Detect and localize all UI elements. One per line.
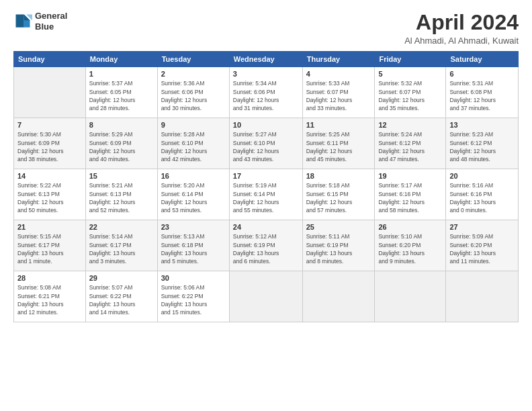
- calendar-cell: 5Sunrise: 5:32 AMSunset: 6:07 PMDaylight…: [375, 67, 446, 118]
- day-info: Sunrise: 5:30 AMSunset: 6:09 PMDaylight:…: [17, 130, 82, 163]
- day-info: Sunrise: 5:21 AMSunset: 6:13 PMDaylight:…: [89, 181, 154, 214]
- day-number: 15: [89, 172, 154, 180]
- day-info: Sunrise: 5:12 AMSunset: 6:19 PMDaylight:…: [233, 232, 299, 265]
- day-info: Sunrise: 5:07 AMSunset: 6:22 PMDaylight:…: [89, 283, 154, 316]
- day-info: Sunrise: 5:32 AMSunset: 6:07 PMDaylight:…: [378, 79, 442, 112]
- calendar-table: SundayMondayTuesdayWednesdayThursdayFrid…: [13, 51, 519, 322]
- day-number: 12: [378, 121, 442, 129]
- day-info: Sunrise: 5:13 AMSunset: 6:18 PMDaylight:…: [161, 232, 226, 265]
- header-row: SundayMondayTuesdayWednesdayThursdayFrid…: [14, 52, 519, 67]
- logo-line1: General: [35, 11, 67, 21]
- day-info: Sunrise: 5:10 AMSunset: 6:20 PMDaylight:…: [378, 232, 442, 265]
- day-number: 5: [378, 70, 442, 78]
- calendar-cell: [375, 271, 446, 322]
- day-number: 26: [378, 223, 442, 231]
- calendar-cell: 20Sunrise: 5:16 AMSunset: 6:16 PMDayligh…: [446, 169, 519, 220]
- calendar-cell: 3Sunrise: 5:34 AMSunset: 6:06 PMDaylight…: [229, 67, 302, 118]
- day-info: Sunrise: 5:33 AMSunset: 6:07 PMDaylight:…: [306, 79, 371, 112]
- day-info: Sunrise: 5:15 AMSunset: 6:17 PMDaylight:…: [17, 232, 82, 265]
- day-info: Sunrise: 5:31 AMSunset: 6:08 PMDaylight:…: [449, 79, 515, 112]
- calendar-cell: 8Sunrise: 5:29 AMSunset: 6:09 PMDaylight…: [85, 118, 157, 169]
- calendar-cell: 13Sunrise: 5:23 AMSunset: 6:12 PMDayligh…: [446, 118, 519, 169]
- calendar-cell: 30Sunrise: 5:06 AMSunset: 6:22 PMDayligh…: [157, 271, 229, 322]
- svg-rect-2: [16, 14, 24, 27]
- day-info: Sunrise: 5:22 AMSunset: 6:13 PMDaylight:…: [17, 181, 82, 214]
- day-number: 17: [233, 172, 299, 180]
- day-info: Sunrise: 5:08 AMSunset: 6:21 PMDaylight:…: [17, 283, 82, 316]
- day-info: Sunrise: 5:17 AMSunset: 6:16 PMDaylight:…: [378, 181, 442, 214]
- header-cell-friday: Friday: [375, 52, 446, 67]
- day-number: 23: [161, 223, 226, 231]
- calendar-cell: 21Sunrise: 5:15 AMSunset: 6:17 PMDayligh…: [14, 220, 86, 271]
- location-subtitle: Al Ahmadi, Al Ahmadi, Kuwait: [404, 36, 519, 46]
- calendar-header: SundayMondayTuesdayWednesdayThursdayFrid…: [14, 52, 519, 67]
- logo-icon: [13, 12, 32, 31]
- header: General Blue April 2024 Al Ahmadi, Al Ah…: [13, 11, 519, 46]
- calendar-cell: 16Sunrise: 5:20 AMSunset: 6:14 PMDayligh…: [157, 169, 229, 220]
- calendar-cell: [446, 271, 519, 322]
- day-number: 19: [378, 172, 442, 180]
- header-cell-tuesday: Tuesday: [157, 52, 229, 67]
- calendar-cell: 4Sunrise: 5:33 AMSunset: 6:07 PMDaylight…: [302, 67, 375, 118]
- calendar-cell: 2Sunrise: 5:36 AMSunset: 6:06 PMDaylight…: [157, 67, 229, 118]
- day-number: 1: [89, 70, 154, 78]
- calendar-cell: 28Sunrise: 5:08 AMSunset: 6:21 PMDayligh…: [14, 271, 86, 322]
- calendar-week-4: 21Sunrise: 5:15 AMSunset: 6:17 PMDayligh…: [14, 220, 519, 271]
- calendar-cell: 14Sunrise: 5:22 AMSunset: 6:13 PMDayligh…: [14, 169, 86, 220]
- day-number: 16: [161, 172, 226, 180]
- header-cell-thursday: Thursday: [302, 52, 375, 67]
- day-info: Sunrise: 5:36 AMSunset: 6:06 PMDaylight:…: [161, 79, 226, 112]
- day-number: 28: [17, 274, 82, 282]
- day-number: 4: [306, 70, 371, 78]
- day-number: 21: [17, 223, 82, 231]
- day-number: 24: [233, 223, 299, 231]
- calendar-cell: 26Sunrise: 5:10 AMSunset: 6:20 PMDayligh…: [375, 220, 446, 271]
- day-info: Sunrise: 5:24 AMSunset: 6:12 PMDaylight:…: [378, 130, 442, 163]
- day-info: Sunrise: 5:18 AMSunset: 6:15 PMDaylight:…: [306, 181, 371, 214]
- header-cell-monday: Monday: [85, 52, 157, 67]
- calendar-cell: [14, 67, 86, 118]
- day-number: 20: [449, 172, 515, 180]
- day-number: 29: [89, 274, 154, 282]
- day-info: Sunrise: 5:19 AMSunset: 6:14 PMDaylight:…: [233, 181, 299, 214]
- header-cell-wednesday: Wednesday: [229, 52, 302, 67]
- day-info: Sunrise: 5:25 AMSunset: 6:11 PMDaylight:…: [306, 130, 371, 163]
- day-number: 18: [306, 172, 371, 180]
- calendar-cell: 23Sunrise: 5:13 AMSunset: 6:18 PMDayligh…: [157, 220, 229, 271]
- day-info: Sunrise: 5:34 AMSunset: 6:06 PMDaylight:…: [233, 79, 299, 112]
- day-number: 14: [17, 172, 82, 180]
- calendar-cell: 6Sunrise: 5:31 AMSunset: 6:08 PMDaylight…: [446, 67, 519, 118]
- day-info: Sunrise: 5:27 AMSunset: 6:10 PMDaylight:…: [233, 130, 299, 163]
- day-number: 10: [233, 121, 299, 129]
- day-number: 11: [306, 121, 371, 129]
- day-info: Sunrise: 5:28 AMSunset: 6:10 PMDaylight:…: [161, 130, 226, 163]
- calendar-cell: 1Sunrise: 5:37 AMSunset: 6:05 PMDaylight…: [85, 67, 157, 118]
- calendar-cell: 19Sunrise: 5:17 AMSunset: 6:16 PMDayligh…: [375, 169, 446, 220]
- calendar-week-1: 1Sunrise: 5:37 AMSunset: 6:05 PMDaylight…: [14, 67, 519, 118]
- day-number: 2: [161, 70, 226, 78]
- title-block: April 2024 Al Ahmadi, Al Ahmadi, Kuwait: [404, 11, 519, 46]
- calendar-week-2: 7Sunrise: 5:30 AMSunset: 6:09 PMDaylight…: [14, 118, 519, 169]
- day-number: 8: [89, 121, 154, 129]
- calendar-cell: 25Sunrise: 5:11 AMSunset: 6:19 PMDayligh…: [302, 220, 375, 271]
- calendar-cell: [229, 271, 302, 322]
- calendar-cell: 12Sunrise: 5:24 AMSunset: 6:12 PMDayligh…: [375, 118, 446, 169]
- day-info: Sunrise: 5:09 AMSunset: 6:20 PMDaylight:…: [449, 232, 515, 265]
- calendar-cell: 18Sunrise: 5:18 AMSunset: 6:15 PMDayligh…: [302, 169, 375, 220]
- day-number: 6: [449, 70, 515, 78]
- calendar-week-3: 14Sunrise: 5:22 AMSunset: 6:13 PMDayligh…: [14, 169, 519, 220]
- day-info: Sunrise: 5:23 AMSunset: 6:12 PMDaylight:…: [449, 130, 515, 163]
- logo: General Blue: [13, 11, 67, 32]
- day-info: Sunrise: 5:14 AMSunset: 6:17 PMDaylight:…: [89, 232, 154, 265]
- day-number: 22: [89, 223, 154, 231]
- calendar-week-5: 28Sunrise: 5:08 AMSunset: 6:21 PMDayligh…: [14, 271, 519, 322]
- day-number: 30: [161, 274, 226, 282]
- day-number: 3: [233, 70, 299, 78]
- day-info: Sunrise: 5:20 AMSunset: 6:14 PMDaylight:…: [161, 181, 226, 214]
- day-number: 9: [161, 121, 226, 129]
- calendar-cell: 9Sunrise: 5:28 AMSunset: 6:10 PMDaylight…: [157, 118, 229, 169]
- day-info: Sunrise: 5:29 AMSunset: 6:09 PMDaylight:…: [89, 130, 154, 163]
- month-title: April 2024: [404, 11, 519, 34]
- calendar-cell: 24Sunrise: 5:12 AMSunset: 6:19 PMDayligh…: [229, 220, 302, 271]
- calendar-cell: [302, 271, 375, 322]
